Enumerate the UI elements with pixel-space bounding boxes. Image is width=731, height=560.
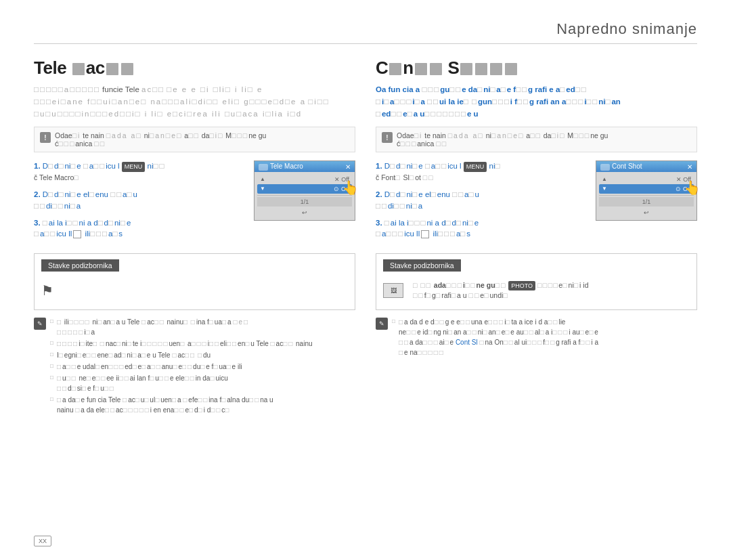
title-box-r4	[460, 63, 472, 75]
left-step-3: 3. □ai la i□□ni a d□d□ni□e □a□□icu ll il…	[34, 217, 247, 240]
note-icon-left: ✎	[34, 318, 46, 330]
title-box-r2	[415, 63, 427, 75]
back-icon-left	[73, 230, 81, 238]
arrow-up-icon-left: ▲	[260, 176, 265, 182]
back-arrow-icon-left: ↩	[302, 209, 307, 216]
menu-key-badge-right: MENU	[464, 162, 487, 172]
right-camera-menu: Cont Shot ✕ ▲ ✕ Off ▼	[596, 160, 697, 220]
close-icon-left[interactable]: ✕	[345, 163, 351, 171]
right-popup-content: ▲ ✕ Off ▼ ⊙ On 1/1	[596, 172, 696, 220]
left-note-2: □□□□i□ite□ □nac□ni□te i□□□□□uen□ a□□□i□□…	[50, 339, 313, 349]
page-header: Napredno snimanje	[34, 20, 697, 44]
warning-icon-right: !	[382, 132, 393, 143]
right-step-1: 1. D□d□ni□e □a□□icu l MENU ni□ č Font□ S…	[376, 160, 589, 184]
left-steps-list: 1. D□d□ni□e □a□□icu l MENU ni□□ č Tele M…	[34, 160, 247, 244]
page-number-box: XX	[34, 536, 51, 546]
right-popup-back: ↩	[599, 207, 694, 217]
right-steps-container: 1. D□d□ni□e □a□□icu l MENU ni□ č Font□ S…	[376, 160, 697, 244]
right-submenu-box: Stavke podizbornika 🖼 □ □□ ada□□□i□□ne g…	[376, 253, 697, 310]
arrow-up-icon-right: ▲	[602, 176, 607, 182]
hand-cursor-right: 👆	[684, 179, 701, 196]
page-footer: XX	[34, 536, 51, 546]
left-notes-content: □ ili□□□□ ni□an□a u Tele □ac□□ nainu□ □i…	[50, 317, 313, 416]
right-submenu-label: Stavke podizbornika	[383, 259, 461, 272]
note-icon-right: ✎	[376, 318, 388, 330]
left-popup-on-row[interactable]: ▼ ⊙ On	[257, 184, 352, 194]
hand-cursor-left: 👆	[342, 179, 359, 196]
back-icon-right	[421, 230, 429, 238]
right-popup-scroll-up: ▲ ✕ Off	[599, 175, 694, 184]
left-popup-scroll-up: ▲ ✕ Off	[257, 175, 352, 184]
title-box-3	[121, 63, 133, 75]
popup-divider-left	[257, 195, 352, 196]
left-note-5: □u□□ ne□e□□ee ii□□ai lan f□u□□e ele□□in …	[50, 373, 313, 393]
title-box-r7	[505, 63, 517, 75]
page-title: Napredno snimanje	[556, 20, 697, 38]
cam-icon-left	[259, 164, 268, 171]
right-warning-text: Odae□i te nain □ada a□ ni□an□e□ a□□ da□i…	[397, 131, 608, 148]
submenu-icon-left: ⚑	[41, 282, 53, 299]
left-popup-back: ↩	[257, 207, 352, 217]
right-popup-on-row[interactable]: ▼ ⊙ On	[599, 184, 694, 194]
left-submenu-label: Stavke podizbornika	[41, 259, 119, 272]
right-notes: ✎ □a da d e d□□g e e□□una e□□□i□ta a ice…	[376, 317, 697, 359]
title-box-2	[106, 63, 118, 75]
right-warning: ! Odae□i te nain □ada a□ ni□an□e□ a□□ da…	[376, 127, 697, 152]
photo-key-badge: PHOTO	[508, 281, 535, 291]
title-box-r5	[475, 63, 487, 75]
arrow-down-icon-left: ▼	[260, 186, 265, 192]
left-warning-text: Odae□i te nain □ada a□ ni□an□e□ a□□ da□i…	[55, 131, 266, 148]
left-note-4: □a□□e udal□en□□□ed□e□a□□anu□e□□du□e f□ua…	[50, 362, 313, 372]
close-icon-right[interactable]: ✕	[687, 163, 692, 171]
right-intro: Oa fun cia a □□□gu□□e da□ni□a□e f□□g raf…	[376, 84, 697, 120]
arrow-down-icon-right: ▼	[602, 186, 607, 192]
right-submenu-content: 🖼 □ □□ ada□□□i□□ne gu□□ PHOTO □□□□e□ni□i…	[383, 277, 690, 304]
page: Napredno snimanje Tele ac □□□□□a□□□□□ fu…	[0, 0, 731, 560]
menu-key-badge-left: MENU	[122, 162, 146, 172]
left-popup-title: Tele Macro ✕	[254, 161, 355, 171]
left-intro: □□□□□a□□□□□ funcie Tele ac□□ □e e e □i □…	[34, 84, 355, 120]
right-popup-title: Cont Shot ✕	[596, 161, 696, 171]
left-popup-content: ▲ ✕ Off ▼ ⊙ On 1/1	[254, 172, 355, 220]
right-steps-list: 1. D□d□ni□e □a□□icu l MENU ni□ č Font□ S…	[376, 160, 589, 244]
right-bullet-list: □a da d e d□□g e e□□una e□□□i□ta a ice i…	[392, 317, 598, 358]
content-columns: Tele ac □□□□□a□□□□□ funcie Tele ac□□ □e …	[34, 58, 697, 416]
title-box-r1	[389, 63, 401, 75]
left-popup-page: 1/1	[257, 197, 352, 207]
right-column: Cn S Oa fun cia a □□□gu□□e da□ni□a□e f□□…	[376, 58, 697, 416]
left-column: Tele ac □□□□□a□□□□□ funcie Tele ac□□ □e …	[34, 58, 355, 416]
popup-divider-right	[599, 195, 694, 196]
cam-icon-right	[600, 164, 610, 171]
left-step-1: 1. D□d□ni□e □a□□icu l MENU ni□□ č Tele M…	[34, 160, 247, 184]
right-note-1: □a da d e d□□g e e□□una e□□□i□ta a ice i…	[392, 317, 598, 358]
right-step-2: 2. D□d□ni□e el□enu □□a□u □□di□□ni□a	[376, 189, 589, 211]
left-section-title: Tele ac	[34, 58, 355, 79]
left-step-2: 2. D□d□ni□e el□enu □□a□u □□di□□ni□a	[34, 189, 247, 211]
left-camera-menu: Tele Macro ✕ ▲ ✕ Off ▼	[254, 160, 355, 220]
warning-icon-left: !	[40, 132, 51, 143]
title-box-1	[72, 63, 85, 75]
left-popup: Tele Macro ✕ ▲ ✕ Off ▼	[254, 160, 355, 244]
left-note-6: □a da□e fun cia Tele □ac□u□ul□uen□a □efe…	[50, 395, 313, 415]
right-popup-page: 1/1	[599, 197, 694, 207]
left-submenu-content: ⚑	[41, 277, 348, 304]
right-section-title: Cn S	[376, 58, 697, 79]
submenu-icon-right: 🖼	[383, 283, 403, 298]
left-notes: ✎ □ ili□□□□ ni□an□a u Tele □ac□□ nainu□ …	[34, 317, 355, 416]
left-note-1: □ ili□□□□ ni□an□a u Tele □ac□□ nainu□ □i…	[50, 317, 313, 337]
right-popup: Cont Shot ✕ ▲ ✕ Off ▼	[596, 160, 697, 244]
left-warning: ! Odae□i te nain □ada a□ ni□an□e□ a□□ da…	[34, 127, 355, 152]
right-submenu-text: □ □□ ada□□□i□□ne gu□□ PHOTO □□□□e□ni□i i…	[413, 280, 589, 301]
left-submenu-box: Stavke podizbornika ⚑	[34, 253, 355, 310]
left-bullet-list: □ ili□□□□ ni□an□a u Tele □ac□□ nainu□ □i…	[50, 317, 313, 415]
right-notes-content: □a da d e d□□g e e□□una e□□□i□ta a ice i…	[392, 317, 598, 359]
title-box-r6	[490, 63, 502, 75]
back-arrow-icon-right: ↩	[644, 209, 649, 216]
left-note-3: I□egni□e□□ene□ad□ni□a□e u Tele □ac□□ □du	[50, 350, 313, 360]
left-steps-container: 1. D□d□ni□e □a□□icu l MENU ni□□ č Tele M…	[34, 160, 355, 244]
right-step-3: 3. □ai la i□□□ni a d□d□ni□e □a□□□icu ll …	[376, 217, 589, 240]
title-box-r3	[430, 63, 442, 75]
